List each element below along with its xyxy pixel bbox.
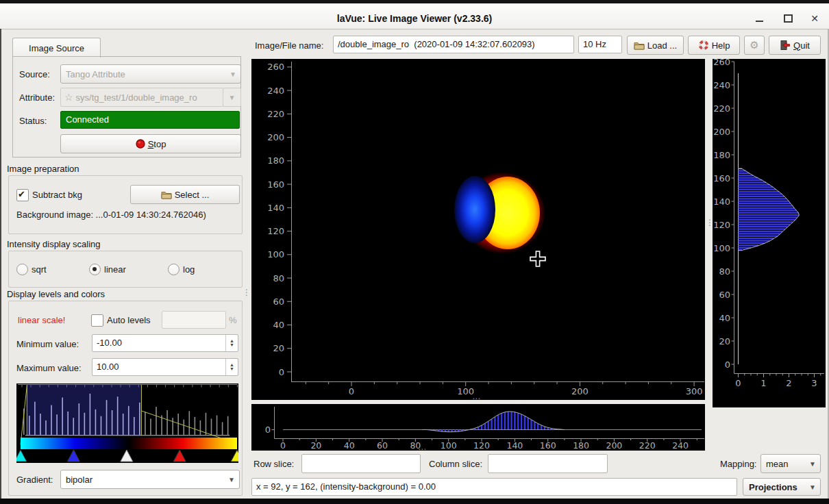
chevron-down-icon: ▼ xyxy=(229,94,236,101)
image-file-name-label: Image/File name: xyxy=(255,40,323,51)
svg-text:80: 80 xyxy=(273,273,284,284)
gradient-label: Gradient: xyxy=(16,475,53,485)
chevron-down-icon: ▼ xyxy=(228,476,239,483)
tab-image-source[interactable]: Image Source xyxy=(12,38,101,58)
help-button[interactable]: Help xyxy=(688,36,740,55)
main-image-plot[interactable]: 0204060801001201401601802002202402600100… xyxy=(251,59,705,400)
window-bottom-border xyxy=(0,499,829,504)
horizontal-splitter-handle[interactable]: ⋯ xyxy=(472,396,480,401)
svg-text:0: 0 xyxy=(725,360,730,370)
svg-text:1: 1 xyxy=(760,378,766,388)
svg-text:120: 120 xyxy=(473,440,490,451)
pointer-info-text: x = 92, y = 162, (intensity-background) … xyxy=(252,479,737,495)
mapping-combobox[interactable]: mean ▼ xyxy=(760,454,821,473)
svg-text:240: 240 xyxy=(713,80,730,90)
minimize-button[interactable] xyxy=(750,12,768,25)
svg-text:60: 60 xyxy=(719,290,730,300)
image-preparation-header: Image preparation xyxy=(7,164,79,174)
auto-levels-label[interactable]: Auto levels xyxy=(107,315,151,325)
column-slice-input[interactable] xyxy=(488,454,608,473)
image-file-name-field[interactable]: /double_image_ro (2020-01-09 14:32:07.60… xyxy=(333,36,574,53)
radio-linear-label[interactable]: linear xyxy=(104,264,126,275)
svg-text:200: 200 xyxy=(713,127,730,137)
svg-text:100: 100 xyxy=(267,249,284,260)
svg-text:180: 180 xyxy=(713,150,730,160)
stop-icon xyxy=(136,139,145,149)
svg-text:40: 40 xyxy=(344,440,355,451)
vertical-splitter-handle[interactable]: ⋮ xyxy=(243,290,251,294)
svg-text:260: 260 xyxy=(267,62,284,72)
minimum-value[interactable]: -10.00 xyxy=(92,335,225,351)
attribute-dropdown-button[interactable]: ▼ xyxy=(223,88,241,107)
status-label: Status: xyxy=(19,116,47,126)
help-lifebuoy-icon xyxy=(698,40,709,51)
svg-text:160: 160 xyxy=(713,173,730,184)
minimum-value-spinbox[interactable]: -10.00 ▲▼ xyxy=(92,334,238,352)
star-icon[interactable]: ☆ xyxy=(61,92,73,103)
help-button-label: Help xyxy=(712,40,730,51)
projections-combobox[interactable]: Projections ▼ xyxy=(743,478,821,496)
source-combobox[interactable]: Tango Attribute ▼ xyxy=(60,64,241,84)
refresh-rate-value: 10 Hz xyxy=(579,36,621,53)
svg-text:220: 220 xyxy=(267,109,284,119)
maximum-value-spinbox[interactable]: 10.00 ▲▼ xyxy=(92,358,238,376)
radio-log[interactable] xyxy=(168,264,180,275)
minimum-value-label: Minimum value: xyxy=(16,339,79,349)
svg-text:20: 20 xyxy=(719,336,730,346)
spinner-arrows-icon[interactable]: ▲▼ xyxy=(225,335,238,351)
svg-text:200: 200 xyxy=(571,386,589,396)
auto-levels-percent-input[interactable] xyxy=(162,311,226,329)
maximize-icon xyxy=(784,14,793,23)
svg-text:220: 220 xyxy=(639,440,656,451)
chevron-down-icon: ▼ xyxy=(809,483,820,491)
radio-sqrt[interactable] xyxy=(16,264,28,275)
select-background-label: Select ... xyxy=(175,190,210,200)
percent-suffix: % xyxy=(229,315,237,325)
source-label: Source: xyxy=(19,69,50,79)
svg-text:200: 200 xyxy=(606,440,622,451)
window-title: laVue: Live Image Viewer (v2.33.6) xyxy=(0,13,829,24)
chevron-down-icon: ▼ xyxy=(809,460,820,468)
folder-icon xyxy=(634,41,645,50)
titlebar: laVue: Live Image Viewer (v2.33.6) ✕ xyxy=(0,3,829,29)
svg-text:140: 140 xyxy=(267,203,284,213)
gear-icon: ⚙ xyxy=(750,39,758,51)
svg-text:60: 60 xyxy=(377,440,388,451)
attribute-label: Attribute: xyxy=(19,92,55,103)
settings-button[interactable]: ⚙ xyxy=(744,36,765,55)
refresh-rate-field[interactable]: 10 Hz xyxy=(578,36,622,53)
gradient-combobox[interactable]: bipolar ▼ xyxy=(60,470,240,489)
window-left-border xyxy=(0,29,1,499)
subtract-bkg-checkbox[interactable] xyxy=(16,189,29,201)
radio-sqrt-label[interactable]: sqrt xyxy=(32,264,47,275)
maximum-value[interactable]: 10.00 xyxy=(92,359,225,375)
svg-text:120: 120 xyxy=(713,220,730,230)
levels-histogram-widget[interactable] xyxy=(16,383,238,463)
svg-text:40: 40 xyxy=(719,313,730,323)
minimize-icon xyxy=(756,21,763,22)
row-projection-plot[interactable]: 0204060801001201401601802002202402600123 xyxy=(713,59,826,407)
auto-levels-checkbox[interactable] xyxy=(91,314,103,327)
stop-button-label: Stop xyxy=(148,139,166,149)
row-slice-input[interactable] xyxy=(301,454,421,473)
select-background-button[interactable]: Select ... xyxy=(130,185,240,204)
spinner-arrows-icon[interactable]: ▲▼ xyxy=(225,359,238,375)
radio-linear[interactable] xyxy=(89,264,101,275)
maximize-button[interactable] xyxy=(779,12,797,25)
horizontal-splitter-handle[interactable]: ⋯ xyxy=(418,447,426,451)
svg-text:2: 2 xyxy=(786,378,791,388)
quit-button[interactable]: Quit xyxy=(769,36,821,55)
radio-log-label[interactable]: log xyxy=(183,264,195,275)
svg-text:120: 120 xyxy=(267,226,284,236)
column-projection-plot[interactable]: 0020406080100120140160180200220240260 xyxy=(251,404,705,451)
vertical-splitter-handle[interactable]: ⋮ xyxy=(706,220,714,225)
load-button[interactable]: Load ... xyxy=(627,36,684,55)
close-button[interactable]: ✕ xyxy=(806,12,824,25)
projections-label: Projections xyxy=(743,482,797,492)
svg-text:0: 0 xyxy=(735,378,741,388)
attribute-combobox[interactable]: ☆ sys/tg_test/1/double_image_ro xyxy=(60,88,223,107)
pointer-info-field: x = 92, y = 162, (intensity-background) … xyxy=(251,478,737,496)
background-image-info: Background image: ...0-01-09 14:30:24.76… xyxy=(16,210,206,220)
svg-text:240: 240 xyxy=(672,440,689,451)
stop-button[interactable]: Stop xyxy=(60,134,241,153)
